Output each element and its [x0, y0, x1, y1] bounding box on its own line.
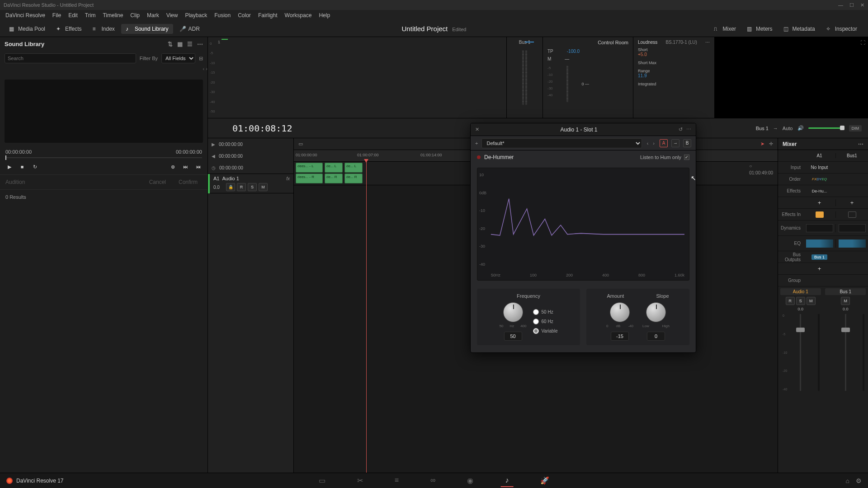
sound-library-button[interactable]: ♪Sound Library	[121, 24, 173, 34]
mute-button[interactable]: M	[807, 297, 816, 305]
amount-value[interactable]: -15	[611, 332, 629, 341]
menu-help[interactable]: Help	[315, 12, 334, 19]
expand-icon[interactable]: ⛶	[860, 40, 865, 45]
page-cut[interactable]: ✂	[353, 474, 368, 487]
play-tc-icon[interactable]: ▶	[212, 142, 215, 147]
add-effect-button[interactable]: +	[835, 199, 868, 206]
order-cell[interactable]: FX DY EQ	[803, 177, 835, 181]
freq-50hz-radio[interactable]: 50 Hz	[533, 309, 558, 315]
menu-view[interactable]: View	[163, 12, 182, 19]
add-effect-button[interactable]: +	[803, 199, 835, 206]
audio-clip[interactable]: de... L	[344, 163, 363, 173]
plugin-window[interactable]: ✕ Audio 1 - Slot 1 ↺⋯ + Default* ‹› A → …	[470, 123, 696, 353]
metadata-button[interactable]: ◫Metadata	[779, 24, 820, 34]
prev-tc-icon[interactable]: ◀	[212, 154, 215, 159]
sort-icon[interactable]: ⇅	[168, 41, 173, 47]
compare-copy-button[interactable]: →	[671, 139, 679, 147]
reset-icon[interactable]: ↺	[679, 127, 683, 132]
effects-button[interactable]: ✦Effects	[52, 24, 86, 34]
effects-in-toggle[interactable]	[816, 211, 824, 218]
freq-60hz-radio[interactable]: 60 Hz	[533, 319, 558, 324]
loudness-more-icon[interactable]: ⋯	[705, 40, 710, 45]
confirm-button[interactable]: Confirm	[174, 178, 202, 187]
speaker-icon[interactable]: 🔊	[797, 125, 804, 131]
fader-db[interactable]: 0.0	[843, 307, 849, 311]
page-media[interactable]: ▭	[314, 474, 330, 487]
monitor-bus[interactable]: Bus 1	[756, 126, 769, 131]
play-button[interactable]: ▶	[5, 163, 14, 171]
frequency-value[interactable]: 50	[504, 332, 522, 341]
skip-back-icon[interactable]: ⏮	[194, 163, 202, 171]
pointer-tool-icon[interactable]: ➤	[760, 141, 764, 147]
skip-fwd-icon[interactable]: ⏭	[181, 163, 189, 171]
timeline-view-icon[interactable]: ▭	[298, 141, 303, 147]
plugin-close-icon[interactable]: ✕	[475, 127, 479, 132]
menu-fusion[interactable]: Fusion	[211, 12, 234, 19]
prev-icon[interactable]: ‹	[203, 66, 205, 71]
listen-checkbox[interactable]: ✓	[684, 155, 689, 160]
media-pool-button[interactable]: ▦Media Pool	[5, 24, 50, 34]
next-icon[interactable]: ›	[206, 66, 208, 71]
mute-button[interactable]: M	[259, 183, 268, 191]
bus-output-chip[interactable]: Bus 1	[811, 254, 827, 260]
fader[interactable]	[800, 314, 801, 391]
meters-button[interactable]: ▥Meters	[742, 24, 777, 34]
dynamics-graph[interactable]	[806, 224, 833, 232]
clock-icon[interactable]: ◷	[212, 165, 216, 170]
list-view-icon[interactable]: ☰	[187, 41, 193, 47]
dynamics-graph[interactable]	[839, 224, 866, 232]
volume-slider[interactable]	[808, 127, 844, 129]
menu-davinci[interactable]: DaVinci Resolve	[2, 12, 49, 19]
audio-clip[interactable]: de... R	[325, 174, 343, 183]
fx-indicator[interactable]: fx	[286, 176, 290, 181]
dim-button[interactable]: DIM	[849, 125, 862, 131]
menu-fairlight[interactable]: Fairlight	[255, 12, 281, 19]
auto-button[interactable]: Auto	[783, 126, 793, 131]
freq-variable-radio[interactable]: Variable	[533, 328, 558, 334]
audio-clip[interactable]: de... R	[344, 174, 363, 183]
compare-a-button[interactable]: A	[660, 139, 668, 147]
eq-graph[interactable]	[839, 239, 866, 248]
page-fusion[interactable]: ∞	[426, 474, 440, 487]
eq-graph[interactable]	[806, 239, 833, 248]
spectrum-display[interactable]: 100dB-10-20-30-40 50Hz1002004008001.60k	[477, 168, 689, 281]
maximize-icon[interactable]: ☐	[849, 2, 854, 8]
minimize-icon[interactable]: —	[838, 2, 843, 8]
mute-button[interactable]: M	[841, 297, 850, 305]
slope-value[interactable]: 0	[647, 332, 665, 341]
cancel-button[interactable]: Cancel	[145, 178, 170, 187]
page-color[interactable]: ◉	[462, 474, 478, 487]
page-edit[interactable]: ≡	[390, 474, 403, 487]
strip-name[interactable]: Audio 1	[780, 288, 821, 295]
plugin-more-icon[interactable]: ⋯	[686, 127, 691, 132]
grid-view-icon[interactable]: ▦	[177, 41, 183, 47]
compare-b-button[interactable]: B	[683, 139, 691, 147]
record-button[interactable]: R	[786, 297, 795, 305]
menu-timeline[interactable]: Timeline	[99, 12, 127, 19]
menu-playback[interactable]: Playback	[181, 12, 211, 19]
effect-slot[interactable]: De-Hu...	[803, 189, 835, 193]
menu-trim[interactable]: Trim	[81, 12, 99, 19]
filter-settings-icon[interactable]: ⊟	[199, 56, 203, 61]
mixer-ch-a1[interactable]: A1	[803, 153, 835, 158]
effects-in-toggle[interactable]	[848, 211, 856, 218]
scrub-handle[interactable]	[5, 155, 6, 160]
inspector-button[interactable]: ✧Inspector	[821, 24, 862, 34]
slope-knob[interactable]	[646, 302, 666, 322]
menu-clip[interactable]: Clip	[127, 12, 143, 19]
audio-clip[interactable]: dees... - R	[296, 174, 323, 183]
preset-next-icon[interactable]: ›	[651, 141, 656, 146]
input-select[interactable]: No Input	[803, 165, 835, 170]
lock-button[interactable]: 🔒	[226, 183, 235, 191]
menu-workspace[interactable]: Workspace	[281, 12, 316, 19]
fader-db[interactable]: 0.0	[797, 307, 803, 311]
track-name[interactable]: Audio 1	[222, 176, 239, 181]
close-icon[interactable]: ✕	[860, 2, 864, 8]
fader[interactable]	[845, 314, 846, 391]
more-icon[interactable]: ⋯	[197, 41, 203, 47]
loop-button[interactable]: ↻	[31, 163, 39, 171]
menu-mark[interactable]: Mark	[143, 12, 163, 19]
preset-prev-icon[interactable]: ‹	[646, 141, 650, 146]
mixer-button[interactable]: ⎍Mixer	[709, 24, 741, 34]
home-icon[interactable]: ⌂	[846, 477, 849, 484]
